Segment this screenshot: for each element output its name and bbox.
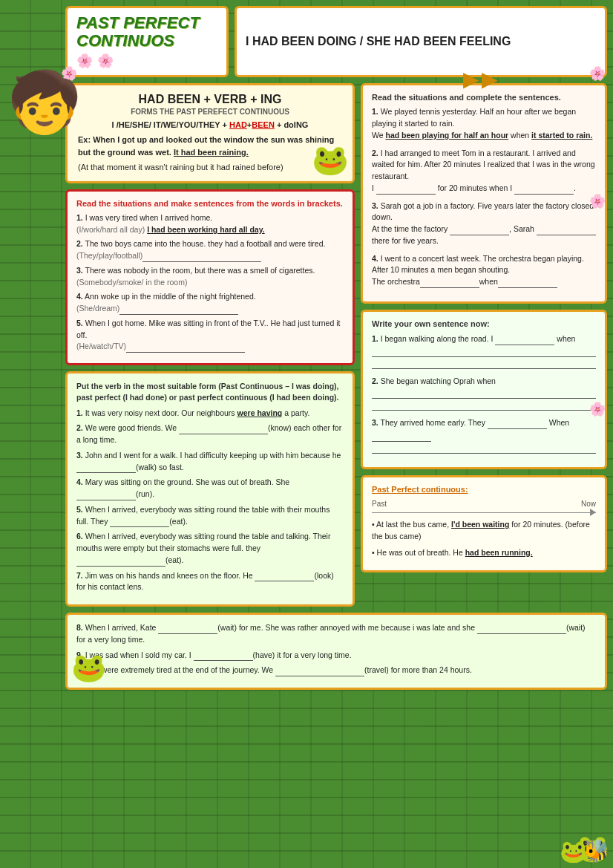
blank-write1-3 — [372, 359, 596, 369]
read-title: Read the situations and complete the sen… — [372, 93, 596, 102]
read-item3: 3. Sarah got a job in a factory. Five ye… — [372, 200, 596, 247]
grammar-box: HAD BEEN + VERB + ING FORMS THE PAST PER… — [65, 83, 355, 183]
exercise1-item2: 2. The two boys came into the house. the… — [76, 238, 344, 262]
pp-timeline-line — [372, 512, 596, 513]
ex2-item5: 5. When I arrived, everybody was sitting… — [76, 504, 344, 528]
blank-write1-2 — [372, 347, 596, 357]
flower-icon2: 🌸 — [97, 53, 114, 69]
exercise1-box: Read the situations and make sentences f… — [65, 189, 355, 365]
title-main: PAST PERFECT — [76, 14, 217, 32]
header-row: PAST PERFECT CONTINUOS 🌸 🌸 I HAD BEEN DO… — [65, 6, 607, 77]
page-wrapper: 🧒 PAST PERFECT CONTINUOS 🌸 🌸 I HAD BEEN … — [0, 0, 613, 868]
bee-icon2: 🐝 — [583, 840, 609, 864]
ex2-item7: 7. Jim was on his hands and knees on the… — [76, 570, 344, 594]
write-item3: 3. They arrived home early. They When — [372, 417, 596, 454]
blank-write1-1 — [495, 345, 554, 345]
blank-read2-2 — [514, 194, 574, 195]
answer-were-having: were having — [237, 408, 283, 417]
write-item1: 1. I began walking along the road. I whe… — [372, 333, 596, 369]
exercise1-item5: 5. When I got home. Mike was sitting in … — [76, 318, 344, 353]
blank-write3-2 — [372, 441, 431, 442]
blank-read4-1 — [420, 287, 479, 288]
write-sentences-box: Write your own sentence now: 1. I began … — [361, 310, 607, 469]
ex2-item2: 2. We were good friends. We (know) each … — [76, 422, 344, 446]
blank-ex2b-10 — [275, 676, 364, 676]
grammar-title: HAD BEEN + VERB + ING — [78, 93, 342, 106]
pp-item1: • At last the bus came, I'd been waiting… — [372, 519, 596, 543]
blank-read3-1 — [450, 235, 509, 235]
grammar-formula: I /HE/SHE/ IT/WE/YOU/THEY + HAD+BEEN + d… — [78, 120, 342, 129]
blank-write3-3 — [372, 443, 596, 454]
ex2-item4: 4. Mary was sitting on the ground. She w… — [76, 477, 344, 500]
blank-ex1-5 — [126, 352, 245, 353]
grammar-example: Ex: When I got up and looked out the win… — [78, 134, 342, 158]
example-answer: It had been raining. — [174, 148, 249, 157]
exercise2-box: Put the verb in the most suitable form (… — [65, 371, 355, 607]
blank-ex1-4 — [119, 314, 238, 315]
blank-write2-1 — [372, 388, 596, 399]
exercise1-item3: 3. There was nobody in the room, but the… — [76, 265, 344, 289]
exercise1-title: Read the situations and make sentences f… — [76, 199, 344, 208]
ex2b-item9: 9. I was sad when I sold my car. I (have… — [76, 650, 596, 662]
blank-ex1-2 — [142, 261, 261, 262]
flower-mid-right: 🌸 — [589, 193, 606, 209]
blank-ex2b-9 — [194, 660, 253, 661]
title-box: PAST PERFECT CONTINUOS 🌸 🌸 — [65, 6, 229, 77]
ex2-item1: 1. It was very noisy next door. Our neig… — [76, 408, 344, 420]
subtitle-text: I HAD BEEN DOING / SHE HAD BEEN FEELING — [246, 35, 511, 48]
exercise1-item1: 1. I was very tired when I arrived home.… — [76, 212, 344, 236]
grammar-note: (At that moment it wasn't raining but it… — [78, 161, 342, 174]
blank-ex2-4 — [76, 500, 136, 500]
ex2b-item10: 10. we were extremely tired at the end o… — [76, 665, 596, 676]
blank-ex2-7 — [255, 581, 314, 581]
read-situations-box: Read the situations and complete the sen… — [361, 83, 607, 304]
blank-read2-1 — [376, 194, 436, 195]
pp-answer2: had been running. — [465, 548, 533, 557]
answer1: I had been working hard all day. — [147, 225, 265, 234]
answer-read1b: it started to rain. — [531, 131, 592, 140]
timeline-now: Now — [581, 500, 596, 508]
ex2-item3: 3. John and I went for a walk. I had dif… — [76, 450, 344, 474]
blank-ex2-6 — [76, 566, 165, 567]
read-item2: 2. I had arranged to meet Tom in a resta… — [372, 148, 596, 195]
had-highlight: HAD — [229, 120, 247, 129]
pp-title: Past Perfect continuous: — [372, 485, 596, 494]
blank-ex2-2 — [179, 434, 268, 434]
blank-ex2b-8a — [158, 633, 217, 634]
past-perfect-box: Past Perfect continuous: Past Now • At l… — [361, 475, 607, 572]
pp-answer1: I'd been waiting — [451, 520, 509, 529]
frog-icon: 🐸 — [312, 143, 349, 177]
blank-ex2b-8b — [477, 633, 566, 634]
blank-read3-2 — [537, 235, 596, 235]
answer-read1: had been playing for half an hour — [385, 131, 508, 140]
pp-item2: • He was out of breath. He had been runn… — [372, 547, 596, 559]
flower-top-right: 🌸 — [589, 65, 606, 82]
blank-read4-2 — [498, 287, 557, 288]
read-item4: 4. I went to a concert last week. The or… — [372, 253, 596, 288]
blank-ex2-5 — [110, 526, 169, 527]
subtitle-box: I HAD BEEN DOING / SHE HAD BEEN FEELING — [235, 6, 607, 77]
flower-icon: 🌸 — [76, 53, 93, 69]
blank-ex2-3 — [76, 472, 136, 473]
blank-write2-2 — [372, 400, 596, 411]
exercise2-title: Put the verb in the most suitable form (… — [76, 381, 344, 402]
read-item1: 1. We played tennis yesterday. Half an h… — [372, 106, 596, 141]
exercise1-item4: 4. Ann woke up in the middle of the nigh… — [76, 291, 344, 315]
been-highlight: BEEN — [252, 120, 275, 129]
exercise2b-box: 8. When I arrived, Kate (wait) for me. S… — [65, 613, 607, 690]
title-line2: CONTINUOS — [76, 32, 217, 50]
ex2-item6: 6. When I arrived, everybody was sitting… — [76, 531, 344, 566]
left-column: HAD BEEN + VERB + ING FORMS THE PAST PER… — [65, 83, 355, 607]
pp-timeline: Past Now — [372, 500, 596, 508]
grammar-subtitle: FORMS THE PAST PEREFECT CONTINUOUS — [78, 108, 342, 116]
timeline-past: Past — [372, 500, 387, 508]
blank-write3-1 — [488, 428, 547, 429]
right-column: Read the situations and complete the sen… — [361, 83, 607, 607]
ex2b-item8: 8. When I arrived, Kate (wait) for me. S… — [76, 622, 596, 646]
write-item2: 2. She began watching Oprah when — [372, 375, 596, 411]
write-title: Write your own sentence now: — [372, 319, 596, 328]
frog-icon4: 🐸 — [71, 651, 106, 684]
flower-lower-right: 🌸 — [589, 401, 606, 417]
